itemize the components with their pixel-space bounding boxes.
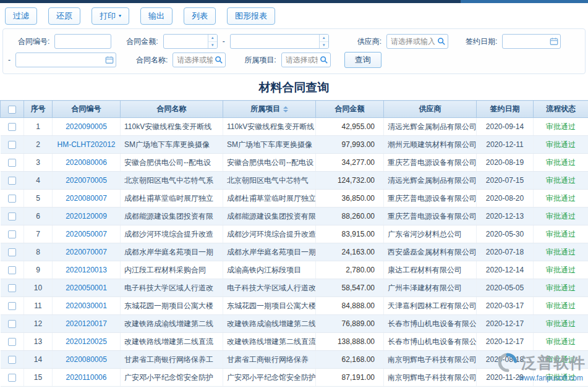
amount-max-input[interactable] [230, 34, 329, 49]
supplier-name: 广州丰泽建材有限公司 [384, 279, 477, 297]
row-checkbox[interactable] [8, 212, 16, 221]
sign-date: 2020-05-30 [477, 225, 534, 243]
contract-no-input[interactable] [54, 34, 111, 49]
amount-max-stepper[interactable]: ▲▼ [319, 35, 328, 48]
row-checkbox[interactable] [8, 266, 16, 274]
contract-name: 广安邓小平纪念馆安全防护 [121, 369, 223, 387]
spin-down-icon[interactable]: ▼ [208, 42, 217, 49]
flow-status: 审批通过 [546, 248, 576, 256]
supplier-name: 重庆艺普电源设备有限公司 [384, 190, 477, 208]
sign-date: 2020-08-20 [477, 190, 534, 208]
contract-no-link[interactable]: 2020050001 [66, 284, 107, 292]
restore-button[interactable]: 还原 [48, 7, 80, 25]
row-checkbox[interactable] [8, 284, 16, 292]
contract-name: 改建铁路线增建第二线直流 [121, 333, 223, 351]
row-checkbox[interactable] [8, 123, 16, 131]
contract-amount: 24,163.00 [316, 243, 384, 261]
query-button[interactable]: 查询 [344, 52, 381, 68]
table-row: 132020120025改建铁路线增建第二线直流改建铁路线增建第二线直流138,… [1, 333, 588, 351]
sort-icon[interactable] [283, 106, 288, 112]
amount-range-dash: - [223, 37, 225, 46]
contract-no-link[interactable]: 2020070007 [66, 248, 107, 256]
row-checkbox[interactable] [8, 159, 16, 167]
table-header-row: 序号 合同编号 合同名称 所属项目 合同金额 供应商 签约日期 流程状态 [1, 101, 588, 118]
filter-button[interactable]: 过滤 [5, 7, 37, 25]
sign-date-end-input[interactable] [15, 53, 116, 67]
row-checkbox[interactable] [8, 248, 16, 256]
contract-no-link[interactable]: 2020030001 [66, 301, 107, 310]
header-amount: 合同金额 [316, 101, 384, 118]
contract-amount: 84,888.00 [316, 297, 384, 315]
contract-amount: 2,780.00 [316, 261, 384, 279]
search-icon[interactable] [437, 37, 446, 46]
project-name: 电子科技大学区域人行道改 [223, 279, 316, 297]
calendar-icon[interactable] [550, 37, 558, 46]
project-name: 广安邓小平纪念馆安全防护 [223, 369, 316, 387]
amount-min-stepper[interactable]: ▲▼ [208, 35, 217, 48]
table-row: 102020050001电子科技大学区域人行道改电子科技大学区域人行道改58,5… [1, 279, 588, 297]
table-row: 112020030001东城花园一期项目公寓大楼东城花园一期项目公寓大楼84,8… [1, 297, 588, 315]
contract-name: 北京朝阳区电气中芯特气系 [121, 172, 223, 190]
table-row: 52020080007成都杜甫草堂临时展厅独立成都杜甫草堂临时展厅独立36,85… [1, 190, 588, 208]
flow-status: 审批通过 [546, 230, 576, 238]
contract-no-link[interactable]: 2020080006 [66, 158, 107, 167]
sign-date: 2020-12-13 [477, 208, 534, 225]
row-checkbox[interactable] [8, 320, 16, 328]
toolbar: 过滤 还原 打印▾ 输出 列表 图形报表 [0, 3, 588, 28]
contract-name: 内江段工程材料采购合同 [121, 261, 223, 279]
contract-no-link[interactable]: 2020080005 [66, 355, 107, 364]
spin-up-icon[interactable]: ▲ [320, 35, 328, 42]
list-view-button[interactable]: 列表 [184, 7, 216, 25]
row-checkbox[interactable] [8, 195, 16, 203]
spin-down-icon[interactable]: ▼ [320, 42, 328, 49]
header-project-label: 所属项目 [250, 104, 280, 113]
flow-status: 审批通过 [546, 355, 576, 364]
contract-no-link[interactable]: 2020070005 [66, 176, 107, 185]
graph-report-button[interactable]: 图形报表 [227, 7, 275, 25]
flow-status: 审批通过 [546, 158, 576, 167]
row-checkbox[interactable] [8, 302, 16, 310]
contract-name: SM广场地下车库更换摄像 [121, 136, 223, 154]
sign-date: 2020-08-19 [477, 154, 534, 172]
supplier-name: 潮州元顺建筑材料有限公司 [384, 136, 477, 154]
contract-amount: 138,888.00 [316, 333, 384, 351]
flow-status: 审批通过 [546, 301, 576, 310]
contract-name-label: 合同名称: [136, 55, 168, 65]
print-button[interactable]: 打印▾ [92, 7, 129, 25]
row-checkbox[interactable] [8, 230, 16, 238]
contract-no-link[interactable]: 2020120009 [66, 212, 107, 221]
contract-no-link[interactable]: 2020080007 [66, 194, 107, 203]
contract-no-link[interactable]: 2020050007 [66, 230, 107, 238]
project-name: 110kV安徽线程集变开断线 [223, 118, 316, 136]
flow-status: 审批通过 [546, 194, 576, 203]
page-title: 材料合同查询 [0, 80, 588, 96]
table-row: 62020120009成都能源建设集团投资有限成都能源建设集团投资有限88,26… [1, 208, 588, 225]
row-checkbox[interactable] [8, 338, 16, 346]
supplier-name: 长春市博山机电设备有限公司 [384, 333, 477, 351]
header-project[interactable]: 所属项目 [223, 101, 316, 118]
search-icon[interactable] [215, 56, 223, 64]
sign-date: 2020-08-18 [477, 351, 534, 369]
search-icon[interactable] [320, 56, 328, 64]
spin-up-icon[interactable]: ▲ [208, 35, 217, 42]
row-seq: 5 [24, 190, 53, 208]
row-checkbox[interactable] [8, 141, 16, 149]
table-row: 82020070007成都水岸华庭名苑项目一期成都水岸华庭名苑项目一期24,16… [1, 243, 588, 261]
select-all-checkbox[interactable] [8, 106, 16, 114]
print-button-label: 打印 [100, 11, 116, 22]
contract-no-link[interactable]: HM-CLHT202012 [57, 140, 115, 149]
supplier-name: 南京明辉电子科技有限公司 [384, 369, 477, 387]
contract-no-link[interactable]: 2020120025 [66, 337, 107, 346]
contract-table: 序号 合同编号 合同名称 所属项目 合同金额 供应商 签约日期 流程状态 120… [0, 100, 588, 387]
export-button[interactable]: 输出 [140, 7, 173, 25]
contract-no-link[interactable]: 2020110006 [66, 373, 107, 382]
calendar-icon[interactable] [105, 56, 114, 64]
date-range-dash: - [8, 56, 11, 64]
row-checkbox[interactable] [8, 356, 16, 364]
row-seq: 3 [24, 154, 53, 172]
contract-no-link[interactable]: 2020120013 [66, 266, 107, 274]
row-checkbox[interactable] [8, 177, 16, 185]
contract-no-link[interactable]: 2020090005 [66, 122, 107, 131]
contract-no-link[interactable]: 2020120017 [66, 319, 107, 328]
row-checkbox[interactable] [8, 374, 16, 382]
